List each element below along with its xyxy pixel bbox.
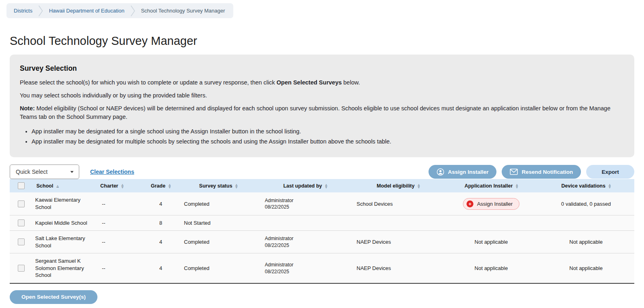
column-label: School: [36, 183, 53, 189]
column-header-updated[interactable]: Last updated by▵▿: [259, 179, 352, 192]
row-checkbox[interactable]: [18, 219, 25, 226]
page-title: School Technology Survey Manager: [10, 34, 644, 48]
school-cell: Kapolei Middle School: [33, 215, 97, 231]
grade-cell: 4: [144, 231, 178, 253]
last-updated-date: 08/22/2025: [265, 242, 293, 249]
model-eligibility-cell: School Devices: [352, 192, 445, 215]
application-installer-cell: Not applicable: [445, 231, 538, 253]
sort-both-icon: ▵▿: [609, 184, 611, 188]
assign-installer-button[interactable]: Assign Installer: [429, 165, 497, 179]
grade-cell: 8: [144, 215, 178, 231]
person-icon: [437, 168, 444, 176]
note-paragraph: Note: Model eligibility (School or NAEP …: [20, 104, 624, 121]
sort-both-icon: ▵▿: [121, 184, 123, 188]
charter-cell: --: [97, 215, 144, 231]
last-updated-cell: [259, 215, 352, 231]
application-installer-cell: [445, 215, 538, 231]
column-label: Last updated by: [283, 183, 322, 189]
table-header-row: School▵Charter▵▿Grade▵▿Survey status▵▿La…: [10, 179, 634, 192]
row-checkbox[interactable]: [18, 238, 25, 245]
row-checkbox[interactable]: [18, 200, 25, 207]
table-toolbar: Quick Select Clear Selections Assign Ins…: [10, 165, 634, 179]
note-bullet-list: App installer may be designated for a si…: [20, 127, 624, 146]
table-row: Kapolei Middle School--8Not Started: [10, 215, 634, 231]
sort-both-icon: ▵▿: [236, 184, 238, 188]
row-select-cell: [10, 231, 33, 253]
survey-status-cell: Completed: [178, 192, 259, 215]
table-body: Kaewai Elementary School--4CompletedAdmi…: [10, 192, 634, 283]
resend-notification-button[interactable]: Resend Notification: [502, 165, 581, 179]
model-eligibility-cell: NAEP Devices: [352, 253, 445, 283]
clear-selections-link[interactable]: Clear Selections: [90, 169, 134, 175]
device-validations-cell: 0 validated, 0 passed: [538, 192, 634, 215]
breadcrumb-district-name[interactable]: Hawaii Department of Education: [49, 8, 124, 14]
table-row: Kaewai Elementary School--4CompletedAdmi…: [10, 192, 634, 215]
instruction-line-1: Please select the school(s) for which yo…: [20, 78, 624, 87]
breadcrumb-current-page: School Technology Survey Manager: [141, 8, 225, 14]
select-all-header: [10, 179, 33, 192]
column-header-status[interactable]: Survey status▵▿: [178, 179, 259, 192]
last-updated-by: Administrator: [265, 235, 293, 242]
grade-cell: 4: [144, 253, 178, 283]
row-assign-installer-button[interactable]: +Assign Installer: [463, 198, 519, 210]
application-installer-cell: +Assign Installer: [445, 192, 538, 215]
quick-select-label: Quick Select: [16, 169, 48, 175]
schools-table: School▵Charter▵▿Grade▵▿Survey status▵▿La…: [10, 179, 634, 283]
last-updated-by: Administrator: [265, 262, 293, 268]
charter-cell: --: [97, 253, 144, 283]
assign-installer-label: Assign Installer: [448, 169, 489, 175]
quick-select-dropdown[interactable]: Quick Select: [10, 165, 79, 179]
table-row: Salt Lake Elementary School--4CompletedA…: [10, 231, 634, 253]
column-header-installer[interactable]: Application Installer▵▿: [445, 179, 538, 192]
sort-both-icon: ▵▿: [516, 184, 518, 188]
last-updated-date: 08/22/2025: [265, 268, 293, 275]
select-all-checkbox[interactable]: [18, 182, 25, 189]
model-eligibility-cell: NAEP Devices: [352, 231, 445, 253]
caret-down-icon: [70, 171, 74, 173]
export-button[interactable]: Export: [586, 165, 634, 179]
column-header-grade[interactable]: Grade▵▿: [144, 179, 178, 192]
panel-heading: Survey Selection: [20, 63, 624, 74]
resend-notification-label: Resend Notification: [522, 169, 573, 175]
row-select-cell: [10, 253, 33, 283]
survey-status-cell: Completed: [178, 231, 259, 253]
column-header-charter[interactable]: Charter▵▿: [97, 179, 144, 192]
chevron-right-icon: [38, 4, 43, 17]
column-header-validations[interactable]: Device validations▵▿: [538, 179, 634, 192]
column-header-model[interactable]: Model eligibility▵▿: [352, 179, 445, 192]
envelope-icon: [510, 169, 518, 175]
note-bullet: App installer may be designated for mult…: [32, 137, 624, 146]
column-label: Survey status: [199, 183, 232, 189]
last-updated-date: 08/22/2025: [265, 204, 293, 210]
open-selected-surveys-button[interactable]: Open Selected Survey(s): [10, 290, 97, 304]
plus-icon: +: [467, 200, 473, 207]
device-validations-cell: Not applicable: [538, 253, 634, 283]
survey-selection-panel: Survey Selection Please select the schoo…: [10, 55, 634, 157]
survey-status-cell: Completed: [178, 253, 259, 283]
breadcrumb: Districts Hawaii Department of Education…: [6, 3, 233, 18]
row-select-cell: [10, 215, 33, 231]
last-updated-by: Administrator: [265, 197, 293, 204]
device-validations-cell: [538, 215, 634, 231]
school-cell: Salt Lake Elementary School: [33, 231, 97, 253]
column-label: Model eligibility: [377, 183, 415, 189]
note-bullet: App installer may be designated for a si…: [32, 127, 624, 136]
row-select-cell: [10, 192, 33, 215]
column-label: Device validations: [562, 183, 606, 189]
last-updated-cell: Administrator08/22/2025: [259, 253, 352, 283]
sort-ascending-icon: ▵: [57, 184, 59, 188]
sort-both-icon: ▵▿: [169, 184, 171, 188]
chevron-right-icon: [130, 4, 135, 17]
school-cell: Kaewai Elementary School: [33, 192, 97, 215]
sort-both-icon: ▵▿: [418, 184, 420, 188]
column-label: Application Installer: [465, 183, 513, 189]
charter-cell: --: [97, 231, 144, 253]
column-header-school[interactable]: School▵: [33, 179, 97, 192]
model-eligibility-cell: [352, 215, 445, 231]
row-checkbox[interactable]: [18, 265, 25, 272]
school-cell: Sergeant Samuel K Solomon Elementary Sch…: [33, 253, 97, 283]
device-validations-cell: Not applicable: [538, 231, 634, 253]
breadcrumb-districts[interactable]: Districts: [14, 8, 32, 14]
grade-cell: 4: [144, 192, 178, 215]
sort-both-icon: ▵▿: [325, 184, 327, 188]
